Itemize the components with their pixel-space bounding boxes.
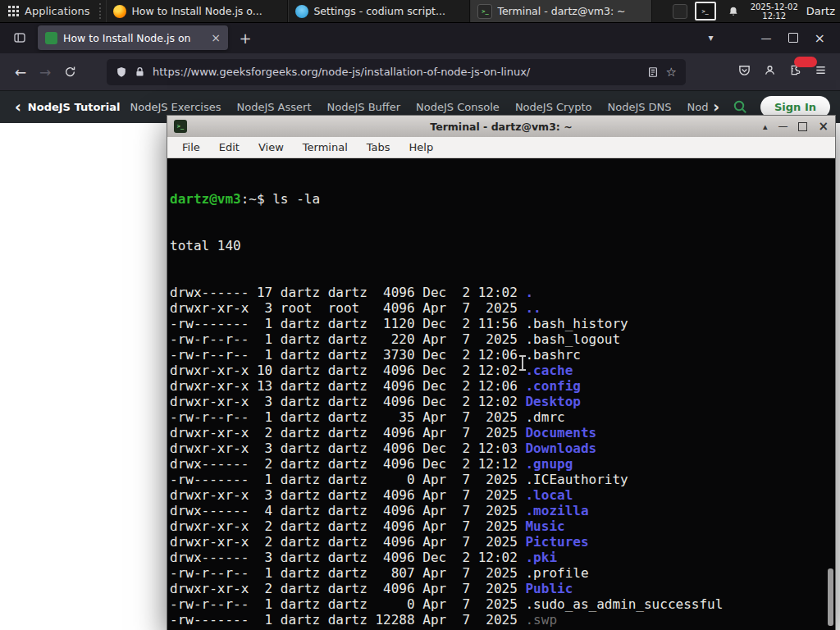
taskbar-window-button[interactable]: >_Terminal - dartz@vm3: ~ <box>470 0 652 22</box>
browser-window-controls: — × <box>751 30 835 46</box>
terminal-menubar: FileEditViewTerminalTabsHelp <box>167 137 835 158</box>
window-maximize-button[interactable] <box>788 33 798 43</box>
file-name: .cache <box>525 363 573 378</box>
tray-window-icon[interactable] <box>673 4 687 19</box>
nav-scroll-right-chevron-icon[interactable]: › <box>708 98 724 116</box>
terminal-line: drwx------ 17 dartz dartz 4096 Dec 2 12:… <box>170 285 835 300</box>
file-meta: -rw------- 1 dartz dartz 12288 Apr 7 202… <box>170 612 525 628</box>
taskbar-window-button[interactable]: How to Install Node.js o... <box>106 0 288 22</box>
browser-tab[interactable]: How to Install Node.js on × <box>38 25 228 50</box>
taskbar-window-button[interactable]: Settings - codium script... <box>288 0 470 22</box>
terminal-command: ls -la <box>272 191 320 207</box>
terminal-line: drwxr-xr-x 3 root root 4096 Apr 7 2025 .… <box>170 300 835 316</box>
terminal-line: -rw-r--r-- 1 dartz dartz 35 Apr 7 2025 .… <box>170 409 835 425</box>
site-nav-link[interactable]: NodeJS Exercises <box>130 101 221 113</box>
terminal-line: drwxr-xr-x 3 dartz dartz 4096 Dec 2 12:0… <box>170 394 835 409</box>
file-name: .bash_history <box>525 316 628 331</box>
file-name: .profile <box>525 565 588 581</box>
terminal-close-button[interactable]: × <box>818 119 829 134</box>
terminal-lines: dartz@vm3:~$ ls -la total 140 drwx------… <box>170 160 835 630</box>
terminal-menu-file[interactable]: File <box>182 141 200 153</box>
terminal-menu-terminal[interactable]: Terminal <box>303 141 348 153</box>
prompt-suffix: :~$ <box>241 191 273 207</box>
terminal-shade-button[interactable]: ▴ <box>763 121 768 132</box>
site-nav-link[interactable]: NodeJS Buffer <box>327 101 401 113</box>
firefox-view-icon[interactable] <box>8 26 31 49</box>
nav-scroll-left-chevron-icon[interactable]: ‹ <box>10 98 26 116</box>
file-meta: -rw-r--r-- 1 dartz dartz 0 Apr 7 2025 <box>170 596 525 612</box>
window-minimize-button[interactable]: — <box>761 32 772 44</box>
list-all-tabs-chevron-icon[interactable]: ▾ <box>709 32 714 43</box>
terminal-line: drwxr-xr-x 2 dartz dartz 4096 Apr 7 2025… <box>170 581 835 596</box>
file-meta: -rw-r--r-- 1 dartz dartz 220 Apr 7 2025 <box>170 331 525 347</box>
terminal-line: -rw------- 1 dartz dartz 1120 Dec 2 11:5… <box>170 316 835 331</box>
applications-menu-button[interactable]: Applications <box>0 0 98 22</box>
firefox-icon <box>113 5 126 18</box>
tracking-protection-shield-icon[interactable] <box>116 66 127 78</box>
reader-mode-icon[interactable] <box>647 66 659 78</box>
pocket-save-icon[interactable] <box>738 64 751 80</box>
bookmark-star-icon[interactable]: ☆ <box>666 65 677 80</box>
site-nav-active-item[interactable]: NodeJS Tutorial <box>28 101 121 113</box>
url-bar[interactable]: https://www.geeksforgeeks.org/node-js/in… <box>107 59 686 85</box>
terminal-line: drwxr-xr-x 10 dartz dartz 4096 Dec 2 12:… <box>170 363 835 378</box>
lock-icon[interactable] <box>135 66 145 77</box>
tab-close-icon[interactable]: × <box>209 31 222 44</box>
account-icon[interactable] <box>764 64 776 80</box>
file-name: Music <box>525 518 564 534</box>
terminal-menu-edit[interactable]: Edit <box>219 141 240 153</box>
window-close-button[interactable]: × <box>815 30 825 46</box>
file-meta: -rw------- 1 dartz dartz 0 Apr 7 2025 <box>170 472 525 487</box>
notifications-bell-icon[interactable] <box>723 0 744 22</box>
taskbar-window-title: Settings - codium script... <box>313 5 445 17</box>
search-icon[interactable] <box>733 99 747 114</box>
site-nav-link[interactable]: Node <box>687 101 709 113</box>
taskbar-window-list: How to Install Node.js o...Settings - co… <box>106 0 652 22</box>
terminal-window-title: Terminal - dartz@vm3: ~ <box>167 121 835 133</box>
file-meta: -rw-r--r-- 1 dartz dartz 807 Apr 7 2025 <box>170 565 525 581</box>
terminal-menu-view[interactable]: View <box>258 141 284 153</box>
taskbar-window-title: How to Install Node.js o... <box>131 5 262 17</box>
file-name: Public <box>525 581 573 596</box>
terminal-window-controls: ▴ — × <box>763 119 829 134</box>
terminal-scrollbar-thumb[interactable] <box>828 568 833 626</box>
site-nav-link[interactable]: NodeJS Assert <box>236 101 311 113</box>
reload-button[interactable] <box>57 60 82 84</box>
terminal-line: drwx------ 3 dartz dartz 4096 Dec 2 12:0… <box>170 550 835 565</box>
taskbar: Applications How to Install Node.js o...… <box>0 0 840 23</box>
terminal-maximize-button[interactable] <box>798 122 807 131</box>
browser-nav-toolbar: ← → https://www.geeksforgeeks.org/node-j… <box>0 53 840 90</box>
new-tab-button[interactable]: + <box>235 27 256 48</box>
terminal-menu-help[interactable]: Help <box>409 141 434 153</box>
site-nav-link[interactable]: NodeJS Crypto <box>515 101 592 113</box>
file-name: .. <box>525 300 541 316</box>
tray-terminal-icon[interactable]: >_ <box>695 2 716 21</box>
terminal-line: -rw------- 1 dartz dartz 0 Apr 7 2025 .I… <box>170 472 835 487</box>
terminal-titlebar[interactable]: >_ Terminal - dartz@vm3: ~ ▴ — × <box>167 116 835 137</box>
clock-date: 2025-12-02 <box>751 2 798 11</box>
terminal-line: drwx------ 2 dartz dartz 4096 Dec 2 12:1… <box>170 456 835 472</box>
url-text[interactable]: https://www.geeksforgeeks.org/node-js/in… <box>153 66 640 78</box>
site-nav-link[interactable]: NodeJS Console <box>416 101 500 113</box>
taskbar-window-title: Terminal - dartz@vm3: ~ <box>497 5 625 17</box>
recording-indicator-badge <box>794 57 817 67</box>
back-button[interactable]: ← <box>8 60 33 84</box>
user-menu[interactable]: Dartz <box>805 0 840 22</box>
terminal-output[interactable]: dartz@vm3:~$ ls -la total 140 drwx------… <box>167 158 835 630</box>
terminal-menu-tabs[interactable]: Tabs <box>367 141 390 153</box>
clock[interactable]: 2025-12-02 12:12 <box>744 0 805 22</box>
file-name: .pki <box>525 550 557 565</box>
terminal-line: -rw-r--r-- 1 dartz dartz 3730 Dec 2 12:0… <box>170 347 835 363</box>
file-meta: drwxr-xr-x 2 dartz dartz 4096 Apr 7 2025 <box>170 425 525 441</box>
site-nav-link[interactable]: NodeJS DNS <box>607 101 671 113</box>
file-name: .dmrc <box>525 409 564 425</box>
forward-button[interactable]: → <box>33 60 57 84</box>
file-name: Documents <box>525 425 596 441</box>
file-name: .gnupg <box>525 456 573 472</box>
hamburger-menu-icon[interactable] <box>815 64 827 80</box>
file-meta: drwx------ 4 dartz dartz 4096 Apr 7 2025 <box>170 503 525 518</box>
file-name: .mozilla <box>525 503 588 518</box>
file-name: Pictures <box>525 534 588 550</box>
terminal-minimize-button[interactable]: — <box>778 121 788 132</box>
terminal-line: drwxr-xr-x 2 dartz dartz 4096 Apr 7 2025… <box>170 425 835 441</box>
